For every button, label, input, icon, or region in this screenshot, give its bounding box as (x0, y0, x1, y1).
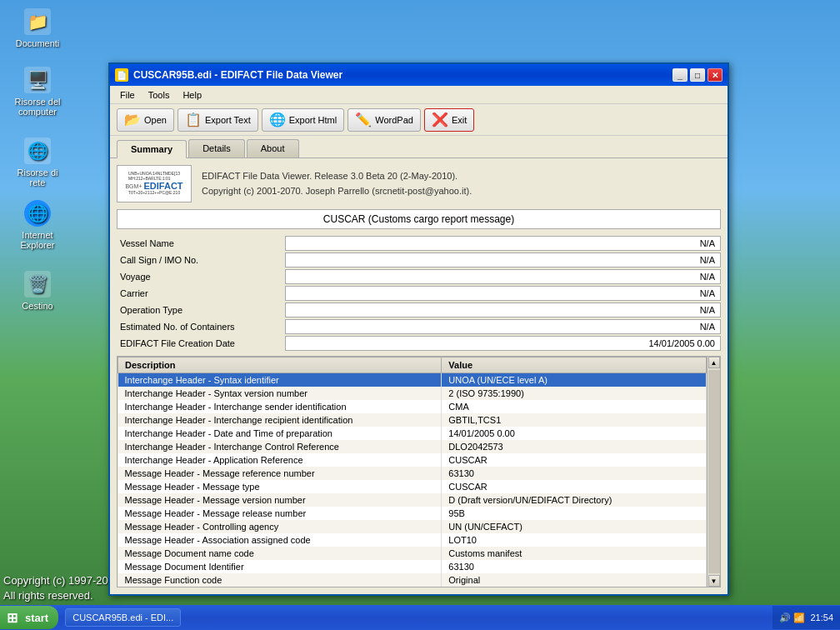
cell-description: Message Function code (118, 573, 442, 587)
title-bar: 📄 CUSCAR95B.edi - EDIFACT File Data View… (110, 64, 728, 86)
cell-description: Message Header - Controlling agency (118, 520, 442, 533)
network-icon: 🌐 (24, 138, 51, 164)
table-row[interactable]: Message Document name codeCustoms manife… (118, 547, 707, 560)
cell-description: Interchange Header - Interchange recipie… (118, 413, 442, 427)
exit-button[interactable]: ❌ Exit (424, 108, 474, 132)
table-row[interactable]: Message Header - Message release number9… (118, 507, 707, 520)
cell-value: 2 (ISO 9735:1990) (442, 387, 707, 400)
close-button[interactable]: ✕ (708, 68, 722, 82)
field-label-operation: Operation Type (117, 302, 283, 318)
cell-value: 63130 (442, 560, 707, 573)
cell-description: Message Header - Message type (118, 480, 442, 493)
export-text-icon: 📋 (185, 112, 202, 128)
cell-description: Interchange Header - Application Referen… (118, 453, 442, 467)
table-row[interactable]: Message Header - Controlling agencyUN (U… (118, 520, 707, 533)
taskbar: ⊞ start CUSCAR95B.edi - EDI... 🔊 📶 21:54 (0, 605, 840, 630)
wordpad-icon: ✏️ (355, 112, 372, 128)
cell-value: CUSCAR (442, 480, 707, 493)
desktop-icon-risorse-computer[interactable]: 🖥️ Risorse delcomputer (8, 67, 67, 117)
cell-description: Interchange Header - Syntax identifier (118, 373, 442, 388)
desktop-icon-cestino[interactable]: 🗑️ Cestino (8, 271, 67, 311)
desktop-icon-ie[interactable]: 🌐 InternetExplorer (8, 200, 67, 250)
cell-description: Message Header - Message reference numbe… (118, 467, 442, 480)
menu-tools[interactable]: Tools (142, 88, 177, 102)
table-row[interactable]: Interchange Header - Syntax version numb… (118, 387, 707, 400)
cell-value: Customs manifest (442, 547, 707, 560)
cell-value: UN (UN/CEFACT) (442, 520, 707, 533)
field-value-operation: N/A (285, 302, 721, 318)
data-table: Description Value Interchange Header - S… (118, 357, 707, 587)
cell-value: GBTIL,TCS1 (442, 413, 707, 427)
menu-bar: File Tools Help (110, 86, 728, 104)
field-value-callsign: N/A (285, 252, 721, 268)
window-title: CUSCAR95B.edi - EDIFACT File Data Viewer (133, 69, 668, 81)
cell-value: UNOA (UN/ECE level A) (442, 373, 707, 388)
table-row[interactable]: Message Function codeOriginal (118, 573, 707, 587)
recycle-bin-icon: 🗑️ (24, 271, 51, 298)
header-section: UNB+UNOA:14NLTMDE[13 MH:212+BARLTE:1:01 … (117, 165, 721, 202)
tab-about[interactable]: About (247, 139, 299, 158)
open-icon: 📂 (124, 112, 141, 128)
scroll-down-button[interactable]: ▼ (708, 575, 720, 587)
title-bar-buttons: _ □ ✕ (672, 68, 722, 82)
table-row[interactable]: Message Header - Association assigned co… (118, 533, 707, 547)
minimize-button[interactable]: _ (672, 68, 688, 82)
menu-file[interactable]: File (113, 88, 142, 102)
cell-value: LOT10 (442, 533, 707, 547)
field-label-carrier: Carrier (117, 286, 283, 301)
taskbar-item-0[interactable]: CUSCAR95B.edi - EDI... (65, 608, 181, 627)
table-row[interactable]: Message Header - Message typeCUSCAR (118, 480, 707, 493)
table-row[interactable]: Message Header - Message reference numbe… (118, 467, 707, 480)
open-button[interactable]: 📂 Open (117, 108, 174, 132)
desktop-icon-documenti[interactable]: 📁 Documenti (8, 8, 67, 48)
maximize-button[interactable]: □ (690, 68, 705, 82)
wordpad-button[interactable]: ✏️ WordPad (348, 108, 421, 132)
taskbar-clock: 21:54 (810, 612, 833, 622)
computer-icon: 🖥️ (24, 67, 51, 93)
start-button[interactable]: ⊞ start (0, 606, 58, 629)
table-row[interactable]: Interchange Header - Date and Time of pr… (118, 427, 707, 440)
cell-value: D (Draft version/UN/EDIFACT Directory) (442, 493, 707, 507)
col-description: Description (118, 358, 442, 373)
cell-value: Original (442, 573, 707, 587)
taskbar-items: CUSCAR95B.edi - EDI... (62, 608, 772, 627)
cell-description: Interchange Header - Syntax version numb… (118, 387, 442, 400)
toolbar: 📂 Open 📋 Export Text 🌐 Export Html ✏️ Wo… (110, 104, 728, 136)
table-row[interactable]: Interchange Header - Syntax identifierUN… (118, 373, 707, 388)
cell-value: 95B (442, 507, 707, 520)
tab-summary[interactable]: Summary (117, 140, 187, 158)
table-row[interactable]: Interchange Header - Interchange sender … (118, 400, 707, 413)
cell-value: 14/01/2005 0.00 (442, 427, 707, 440)
menu-help[interactable]: Help (176, 88, 208, 102)
table-row[interactable]: Interchange Header - Application Referen… (118, 453, 707, 467)
field-label-voyage: Voyage (117, 269, 283, 284)
cell-value: CMA (442, 400, 707, 413)
tab-details[interactable]: Details (188, 139, 245, 158)
ie-icon: 🌐 (24, 200, 51, 227)
taskbar-tray: 🔊 📶 21:54 (772, 606, 840, 629)
cell-description: Interchange Header - Interchange Control… (118, 440, 442, 453)
field-value-vessel: N/A (285, 236, 721, 251)
scroll-up-button[interactable]: ▲ (708, 357, 720, 368)
desktop-icon-risorse-rete[interactable]: 🌐 Risorse di rete (8, 138, 67, 188)
field-label-vessel: Vessel Name (117, 236, 283, 251)
app-info: EDIFACT File Data Viewer. Release 3.0 Be… (202, 169, 472, 198)
cell-description: Message Header - Message version number (118, 493, 442, 507)
cell-value: 63130 (442, 467, 707, 480)
cell-value: DLO2042573 (442, 440, 707, 453)
desktop: 📁 Documenti 🖥️ Risorse delcomputer 🌐 Ris… (0, 0, 840, 630)
cell-description: Interchange Header - Date and Time of pr… (118, 427, 442, 440)
field-value-carrier: N/A (285, 286, 721, 301)
exit-icon: ❌ (432, 112, 448, 128)
data-table-container: Description Value Interchange Header - S… (117, 356, 721, 588)
table-row[interactable]: Interchange Header - Interchange Control… (118, 440, 707, 453)
fields-grid: Vessel Name N/A Call Sign / IMO No. N/A … (117, 236, 721, 351)
tab-content: UNB+UNOA:14NLTMDE[13 MH:212+BARLTE:1:01 … (110, 158, 728, 594)
export-html-button[interactable]: 🌐 Export Html (262, 108, 344, 132)
export-text-button[interactable]: 📋 Export Text (178, 108, 258, 132)
cell-value: CUSCAR (442, 453, 707, 467)
table-row[interactable]: Message Header - Message version numberD… (118, 493, 707, 507)
table-row[interactable]: Message Document Identifier63130 (118, 560, 707, 573)
table-row[interactable]: Interchange Header - Interchange recipie… (118, 413, 707, 427)
cell-description: Message Header - Message release number (118, 507, 442, 520)
